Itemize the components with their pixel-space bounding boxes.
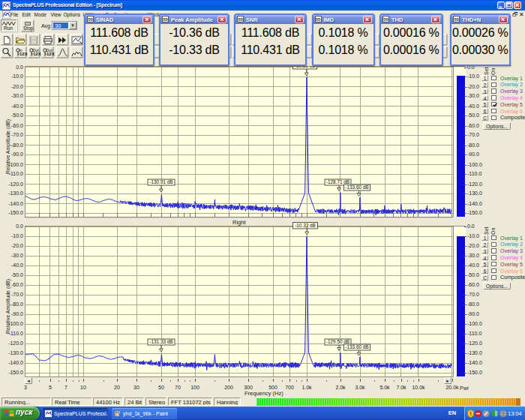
svg-text:!: !: [470, 410, 472, 417]
svg-text:-133.60 dB: -133.60 dB: [345, 184, 368, 190]
svg-text:-131.33 dB: -131.33 dB: [149, 339, 172, 344]
svg-text:-128.71 dB: -128.71 dB: [326, 179, 350, 184]
svg-text:-133.60 dB: -133.60 dB: [345, 344, 368, 350]
svg-text:-129.50 dB: -129.50 dB: [326, 339, 350, 344]
svg-text:-130.91 dB: -130.91 dB: [149, 179, 172, 184]
